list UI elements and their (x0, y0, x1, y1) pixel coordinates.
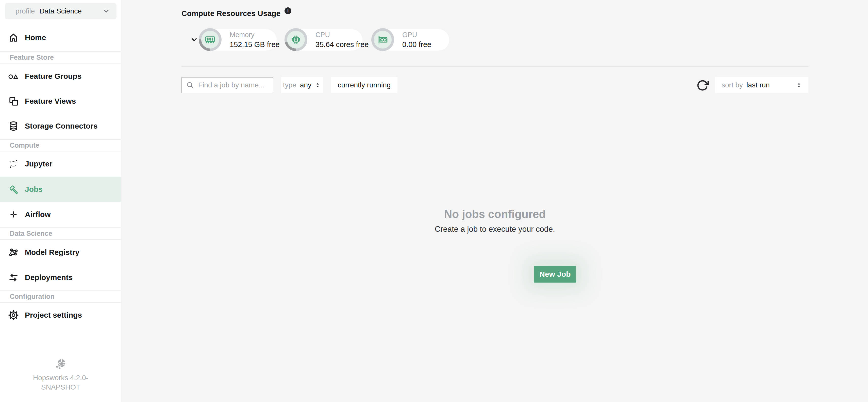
jobs-hammer-icon (8, 184, 19, 195)
main-content: Compute Resources Usage i Memory 152.15 … (121, 0, 868, 402)
sidebar-item-jupyter[interactable]: Jupyter (0, 151, 121, 176)
sidebar-item-label: Model Registry (25, 248, 80, 257)
refresh-icon[interactable] (696, 79, 709, 91)
gpu-icon (374, 31, 392, 49)
feature-views-icon (8, 96, 19, 107)
section-header-label: Feature Store (10, 54, 54, 61)
sidebar-section-configuration: Configuration (0, 290, 121, 303)
sidebar-item-feature-views[interactable]: Feature Views (0, 88, 121, 114)
sidebar-section-compute: Compute (0, 139, 121, 151)
empty-state-subtitle: Create a job to execute your code. (182, 225, 808, 234)
currently-running-label: currently running (338, 81, 391, 89)
sort-by-label: sort by (721, 81, 743, 89)
collapse-chevron-icon[interactable] (190, 35, 198, 44)
sidebar-item-project-settings[interactable]: Project settings (0, 303, 121, 327)
profile-selector[interactable]: profile Data Science (5, 3, 117, 19)
deployments-icon (8, 272, 19, 283)
sidebar-item-airflow[interactable]: Airflow (0, 202, 121, 227)
sidebar-item-label: Home (25, 33, 46, 42)
hopsworks-logo-icon (54, 358, 67, 371)
memory-icon (201, 31, 219, 49)
project-settings-gear-icon (8, 310, 19, 320)
sidebar-item-label: Feature Views (25, 97, 76, 106)
gpu-chip-value: 0.00 free (402, 40, 431, 49)
section-header-label: Data Science (10, 230, 52, 238)
cpu-chip-value: 35.64 cores free (315, 40, 369, 49)
chevron-down-icon (103, 8, 110, 15)
job-search (182, 77, 273, 93)
type-filter-select[interactable]: type any (281, 77, 323, 93)
info-icon[interactable]: i (284, 7, 291, 14)
currently-running-filter[interactable]: currently running (331, 77, 398, 93)
sidebar-item-label: Jobs (25, 185, 43, 194)
sidebar-item-label: Feature Groups (25, 72, 82, 81)
model-registry-icon (8, 247, 19, 258)
feature-groups-icon (8, 71, 19, 82)
sidebar: profile Data Science Home Feature Store … (0, 0, 121, 402)
sidebar-section-data-science: Data Science (0, 227, 121, 240)
sort-by-value: last run (746, 81, 770, 89)
jupyter-icon (8, 159, 19, 169)
profile-selector-value: Data Science (39, 7, 82, 15)
home-icon (8, 32, 19, 43)
sidebar-item-jobs[interactable]: Jobs (0, 177, 121, 202)
type-filter-label: type (283, 81, 297, 89)
sort-by-select[interactable]: sort by last run (715, 77, 808, 93)
sidebar-item-feature-groups[interactable]: Feature Groups (0, 63, 121, 89)
profile-selector-label: profile (16, 7, 35, 15)
select-arrows-icon (796, 82, 802, 88)
section-divider (182, 66, 808, 66)
memory-chip-value: 152.15 GB free (230, 40, 280, 49)
type-filter-value: any (300, 81, 311, 89)
sidebar-item-label: Jupyter (25, 160, 52, 168)
storage-connectors-icon (8, 121, 19, 132)
sidebar-item-label: Airflow (25, 210, 51, 219)
sidebar-item-storage-connectors[interactable]: Storage Connectors (0, 113, 121, 139)
sidebar-item-label: Storage Connectors (25, 122, 98, 131)
empty-state-title: No jobs configured (182, 208, 808, 221)
sidebar-item-model-registry[interactable]: Model Registry (0, 240, 121, 265)
sidebar-item-deployments[interactable]: Deployments (0, 265, 121, 290)
cpu-usage-ring (284, 28, 307, 51)
compute-resources-title: Compute Resources Usage (182, 9, 280, 18)
search-input[interactable] (198, 81, 269, 89)
cpu-chip-label: CPU (315, 31, 369, 39)
sidebar-section-feature-store: Feature Store (0, 51, 121, 63)
cpu-icon (287, 31, 305, 49)
sidebar-item-label: Project settings (25, 311, 82, 319)
gpu-chip-label: GPU (402, 31, 431, 39)
airflow-icon (8, 209, 19, 220)
app-version: Hopsworks 4.2.0-SNAPSHOT (19, 373, 102, 392)
memory-usage-ring (199, 28, 222, 51)
gpu-usage-ring (371, 28, 394, 51)
memory-chip-label: Memory (230, 31, 280, 39)
search-icon (186, 81, 194, 89)
new-job-button[interactable]: New Job (534, 266, 577, 283)
select-arrows-icon (314, 82, 321, 88)
brand-footer: Hopsworks 4.2.0-SNAPSHOT (0, 358, 121, 392)
sidebar-item-label: Deployments (25, 273, 72, 282)
section-header-label: Configuration (10, 293, 55, 300)
jobs-page: profile Data Science Home Feature Store … (0, 0, 868, 402)
sidebar-item-home[interactable]: Home (0, 25, 121, 50)
section-header-label: Compute (10, 142, 39, 149)
